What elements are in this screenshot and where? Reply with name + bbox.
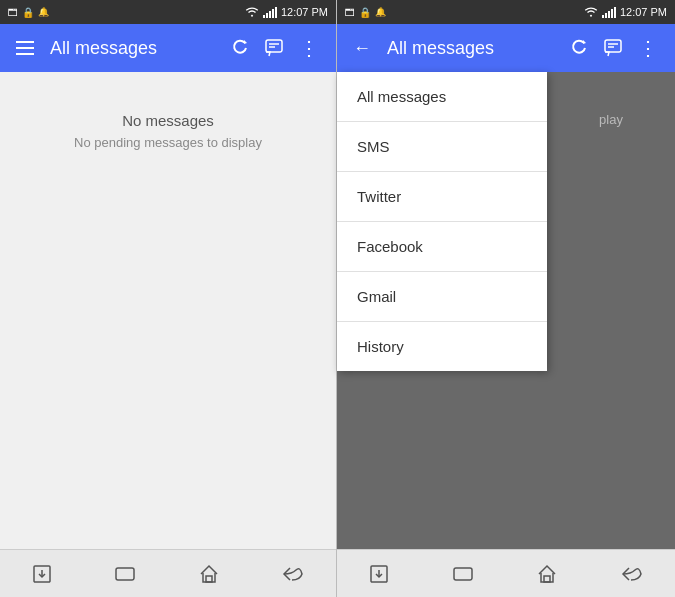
nav-home-icon[interactable] [199,564,219,584]
menu-icon[interactable] [12,37,38,59]
right-notif-icon: 🔔 [375,7,386,17]
left-bottom-nav [0,549,336,597]
right-toolbar: ← All messages ⋮ [337,24,675,72]
right-sim-icon: 🗔 [345,7,355,18]
right-nav-download-icon[interactable] [369,564,389,584]
no-messages-title: No messages [122,112,214,129]
right-nav-back-icon[interactable] [621,566,643,582]
right-lock-icon: 🔒 [359,7,371,18]
signal-bars [263,6,277,18]
wifi-icon [245,6,259,19]
dropdown-item-all-messages[interactable]: All messages [337,72,547,122]
peek-text: play [599,112,623,127]
nav-back-icon[interactable] [282,566,304,582]
dropdown-item-twitter[interactable]: Twitter [337,172,547,222]
right-wifi-icon [584,6,598,19]
left-toolbar-title: All messages [50,38,219,59]
left-time: 12:07 PM [281,6,328,18]
right-time: 12:07 PM [620,6,667,18]
nav-rect-icon[interactable] [115,567,135,581]
svg-rect-17 [454,568,472,580]
dropdown-item-gmail[interactable]: Gmail [337,272,547,322]
right-signal-bars [602,6,616,18]
left-status-bar: 🗔 🔒 🔔 12:07 PM [0,0,336,24]
sim-icon: 🗔 [8,7,18,18]
more-icon[interactable]: ⋮ [295,32,324,64]
left-toolbar: All messages ⋮ [0,24,336,72]
svg-rect-9 [116,568,134,580]
notification-icon: 🔔 [38,7,49,17]
svg-rect-12 [605,40,621,52]
left-status-icons: 🗔 🔒 🔔 [8,7,49,18]
lock-icon: 🔒 [22,7,34,18]
svg-marker-11 [583,40,586,44]
right-toolbar-title: All messages [387,38,558,59]
svg-rect-2 [16,53,34,55]
right-status-bar: 🗔 🔒 🔔 12:07 PM [337,0,675,24]
svg-rect-1 [16,47,34,49]
chat-icon[interactable] [261,35,287,61]
nav-download-icon[interactable] [32,564,52,584]
svg-rect-10 [206,576,212,582]
refresh-icon[interactable] [227,35,253,61]
right-nav-home-icon[interactable] [537,564,557,584]
back-icon[interactable]: ← [349,34,375,63]
right-panel: 🗔 🔒 🔔 12:07 PM ← All m [337,0,675,597]
right-refresh-icon[interactable] [566,35,592,61]
dropdown-item-sms[interactable]: SMS [337,122,547,172]
right-content-peek: play [547,72,675,127]
dropdown-menu: All messages SMS Twitter Facebook Gmail … [337,72,547,371]
right-status-icons: 🗔 🔒 🔔 [345,7,386,18]
right-status-right: 12:07 PM [584,6,667,19]
left-status-right: 12:07 PM [245,6,328,19]
right-bottom-nav [337,549,675,597]
left-main-content: No messages No pending messages to displ… [0,72,336,549]
right-chat-icon[interactable] [600,35,626,61]
dropdown-item-history[interactable]: History [337,322,547,371]
no-messages-subtitle: No pending messages to display [74,135,262,150]
svg-rect-0 [16,41,34,43]
left-panel: 🗔 🔒 🔔 12:07 PM [0,0,337,597]
right-more-icon[interactable]: ⋮ [634,32,663,64]
right-nav-rect-icon[interactable] [453,567,473,581]
svg-rect-4 [266,40,282,52]
svg-rect-18 [544,576,550,582]
svg-marker-3 [244,40,247,44]
dropdown-item-facebook[interactable]: Facebook [337,222,547,272]
